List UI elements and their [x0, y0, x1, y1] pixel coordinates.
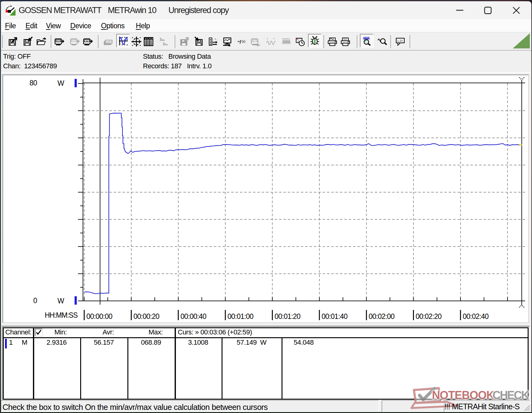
svg-text:321: 321	[253, 40, 257, 43]
svg-text:00:00:40: 00:00:40	[181, 312, 206, 320]
svg-text:(x): (x)	[242, 40, 245, 43]
svg-text:W: W	[57, 79, 64, 87]
svg-text:00:02:40: 00:02:40	[463, 312, 488, 320]
svg-text:M: M	[86, 40, 88, 43]
svg-text:321: 321	[72, 40, 76, 43]
svg-text:00:00:20: 00:00:20	[133, 312, 159, 320]
svg-text:00:02:20: 00:02:20	[416, 312, 442, 320]
svg-text:80: 80	[30, 79, 37, 87]
svg-text:·*·: ·*·	[213, 39, 218, 42]
svg-text:1257: 1257	[105, 41, 112, 44]
svg-text:00:00:00: 00:00:00	[86, 312, 112, 320]
svg-text:00:01:00: 00:01:00	[227, 312, 253, 320]
svg-text:1.23: 1.23	[397, 39, 403, 42]
svg-text:W: W	[57, 297, 64, 305]
svg-text:00:01:20: 00:01:20	[274, 312, 300, 320]
svg-text:HH:MM:SS: HH:MM:SS	[45, 311, 78, 319]
svg-text:00:01:40: 00:01:40	[322, 312, 347, 320]
svg-text:0: 0	[33, 297, 37, 305]
svg-text:=f: =f	[237, 39, 241, 44]
svg-text:00:02:00: 00:02:00	[369, 312, 394, 320]
svg-text:321: 321	[56, 40, 61, 43]
